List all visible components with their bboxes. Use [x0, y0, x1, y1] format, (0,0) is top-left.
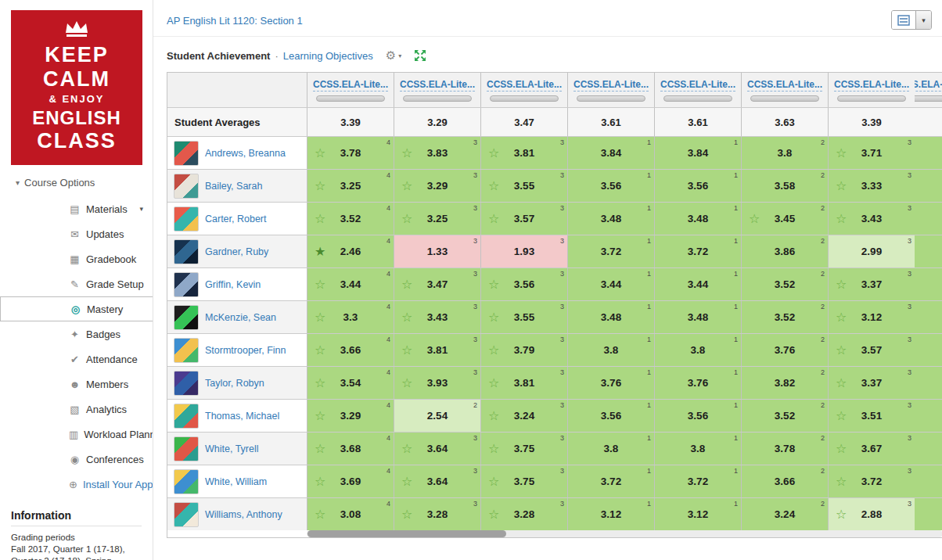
sidebar-item-materials[interactable]: ▤ Materials ▾	[0, 196, 153, 221]
grade-cell[interactable]: 2.99 3	[828, 235, 915, 267]
column-header[interactable]: CCSS.ELA-Lite...	[307, 73, 394, 107]
student-name-link[interactable]: McKenzie, Sean	[205, 312, 276, 323]
grade-cell[interactable]: 3.72 1	[567, 235, 654, 267]
grade-cell[interactable]: 3.56 1	[654, 170, 741, 202]
grade-cell[interactable]	[915, 400, 942, 432]
grade-cell[interactable]: ☆ 3.81 3	[394, 334, 480, 366]
fullscreen-button[interactable]	[414, 49, 426, 62]
grade-cell[interactable]	[915, 170, 942, 202]
grade-cell[interactable]: 3.48 1	[654, 301, 741, 333]
grade-cell[interactable]: ☆ 3.28 3	[394, 498, 480, 530]
grade-cell[interactable]: ☆ 3.25 4	[307, 170, 394, 202]
student-name-link[interactable]: Taylor, Robyn	[205, 378, 264, 389]
column-header[interactable]: CCSS.ELA-Lite...	[567, 73, 654, 107]
grade-cell[interactable]: ☆ 3.29 3	[394, 170, 480, 202]
grade-cell[interactable]: 3.48 1	[567, 301, 654, 333]
grade-cell[interactable]: 3.56 1	[567, 400, 654, 432]
column-header[interactable]: CCSS.ELA-Lite...	[394, 73, 480, 107]
grade-cell[interactable]: ☆ 3.66 4	[307, 334, 394, 366]
grade-cell[interactable]: 3.58 2	[741, 170, 828, 202]
view-options-dropdown[interactable]: ▾	[915, 11, 931, 29]
grade-cell[interactable]: 3.76 1	[567, 367, 654, 399]
learning-objectives-link[interactable]: Learning Objectives	[283, 50, 373, 62]
student-name-link[interactable]: Griffin, Kevin	[205, 279, 261, 290]
sidebar-item-gradebook[interactable]: ▦ Gradebook	[0, 246, 153, 271]
sidebar-item-attendance[interactable]: ✔ Attendance	[0, 346, 153, 372]
settings-dropdown-button[interactable]: ⚙ ▾	[386, 48, 401, 63]
grade-cell[interactable]: 3.86 2	[741, 235, 828, 267]
grade-cell[interactable]: 3.48 1	[654, 203, 741, 235]
grade-cell[interactable]: ☆ 3.56 3	[480, 268, 567, 300]
grade-cell[interactable]: 3.76 1	[654, 367, 741, 399]
student-name-link[interactable]: White, William	[205, 476, 267, 487]
grade-cell[interactable]: 3.44 1	[567, 268, 654, 300]
grade-cell[interactable]: ☆ 3.43 3	[828, 203, 915, 235]
grade-cell[interactable]: ☆ 3.45 2	[741, 203, 828, 235]
grade-cell[interactable]: 1.93 3	[480, 235, 567, 267]
grade-cell[interactable]: ☆ 3.57 3	[480, 203, 567, 235]
grade-cell[interactable]: 3.52 2	[741, 301, 828, 333]
grade-cell[interactable]	[915, 203, 942, 235]
grade-cell[interactable]: 3.8 1	[654, 433, 741, 465]
grade-cell[interactable]: 3.52 2	[741, 268, 828, 300]
course-options-toggle[interactable]: ▾ Course Options	[0, 165, 153, 188]
grade-cell[interactable]: 3.56 1	[654, 400, 741, 432]
grade-cell[interactable]: ☆ 3.55 3	[480, 170, 567, 202]
grade-cell[interactable]: ☆ 3.81 3	[480, 367, 567, 399]
grade-cell[interactable]	[915, 367, 942, 399]
grade-cell[interactable]: ☆ 3.25 3	[394, 203, 480, 235]
scrollbar-thumb[interactable]	[307, 530, 506, 537]
sidebar-item-analytics[interactable]: ▧ Analytics	[0, 397, 153, 422]
grade-cell[interactable]: 3.78 2	[741, 433, 828, 465]
grade-cell[interactable]: 3.24 2	[741, 498, 828, 530]
course-title-link[interactable]: AP English Lit 1120: Section 1	[167, 15, 303, 27]
grade-cell[interactable]: ☆ 3.67 3	[828, 433, 915, 465]
grade-cell[interactable]: ☆ 3.24 3	[480, 400, 567, 432]
student-name-link[interactable]: Carter, Robert	[205, 214, 267, 224]
grade-cell[interactable]: ☆ 3.83 3	[394, 137, 480, 169]
grade-cell[interactable]: 3.66 2	[741, 465, 828, 497]
sidebar-item-updates[interactable]: ✉ Updates	[0, 221, 153, 246]
grade-cell[interactable]: 3.72 1	[654, 235, 741, 267]
grade-cell[interactable]: ☆ 3.12 3	[828, 301, 915, 333]
grade-cell[interactable]: ☆ 3.54 4	[307, 367, 394, 399]
grade-cell[interactable]	[915, 465, 942, 497]
student-name-link[interactable]: Gardner, Ruby	[205, 246, 268, 257]
grade-cell[interactable]: 2.54 2	[394, 400, 480, 432]
grade-cell[interactable]: ☆ 3.44 4	[307, 268, 394, 300]
grade-cell[interactable]: ★ 2.46 4	[307, 235, 394, 267]
grade-cell[interactable]: ☆ 3.64 3	[394, 465, 480, 497]
grade-cell[interactable]: ☆ 3.79 3	[480, 334, 567, 366]
grade-cell[interactable]: ☆ 3.37 3	[828, 367, 915, 399]
grade-cell[interactable]: 3.56 1	[567, 170, 654, 202]
grade-cell[interactable]: ☆ 3.51 3	[828, 400, 915, 432]
grade-cell[interactable]: 3.76 2	[741, 334, 828, 366]
grade-cell[interactable]: ☆ 2.88 3	[828, 498, 915, 530]
grade-cell[interactable]	[915, 301, 942, 333]
sidebar-item-install-your-app-s[interactable]: ⊕ Install Your App(s)	[0, 472, 153, 497]
grade-cell[interactable]: 3.84 1	[654, 137, 741, 169]
grade-cell[interactable]: 3.52 2	[741, 400, 828, 432]
horizontal-scrollbar[interactable]	[307, 530, 942, 537]
grade-cell[interactable]: 3.8 1	[567, 433, 654, 465]
grade-cell[interactable]	[915, 268, 942, 300]
sidebar-item-grade-setup[interactable]: ✎ Grade Setup	[0, 271, 153, 296]
grade-cell[interactable]: ☆ 3.08 4	[307, 498, 394, 530]
grade-cell[interactable]: 3.8 1	[567, 334, 654, 366]
sidebar-item-conferences[interactable]: ◉ Conferences	[0, 447, 153, 472]
column-header[interactable]: CCSS.ELA-Lite...	[654, 73, 741, 107]
grade-cell[interactable]: ☆ 3.81 3	[480, 137, 567, 169]
grade-cell[interactable]: 3.12 1	[567, 498, 654, 530]
grade-cell[interactable]: ☆ 3.69 4	[307, 465, 394, 497]
grade-cell[interactable]: ☆ 3.52 4	[307, 203, 394, 235]
grade-cell[interactable]: 3.72 1	[567, 465, 654, 497]
grade-cell[interactable]: ☆ 3.72 3	[828, 465, 915, 497]
grade-cell[interactable]	[915, 498, 942, 530]
grade-cell[interactable]: ☆ 3.75 3	[480, 433, 567, 465]
grade-cell[interactable]: 3.8 2	[741, 137, 828, 169]
column-header[interactable]: CCSS.ELA-Lite...	[741, 73, 828, 107]
grade-cell[interactable]: ☆ 3.75 3	[480, 465, 567, 497]
grade-cell[interactable]: ☆ 3.78 4	[307, 137, 394, 169]
sidebar-item-members[interactable]: ☻ Members	[0, 372, 153, 397]
grade-cell[interactable]: 3.84 1	[567, 137, 654, 169]
